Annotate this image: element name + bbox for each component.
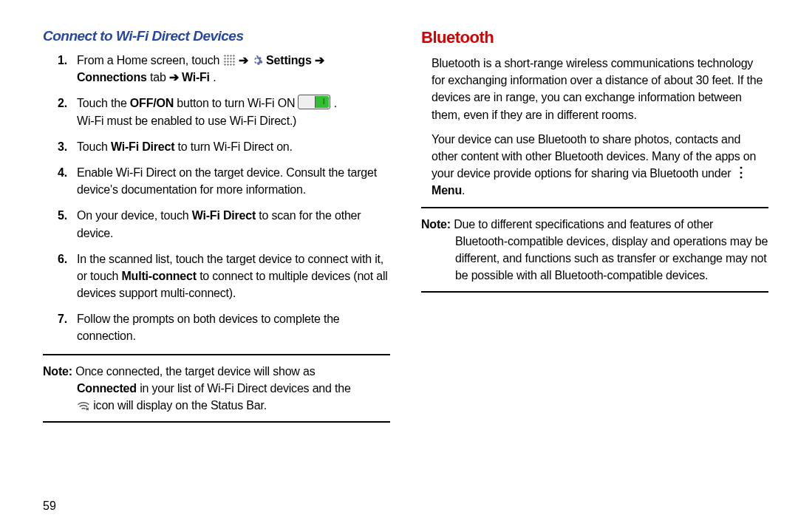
step-6: 6. In the scanned list, touch the target… — [58, 250, 390, 302]
bluetooth-intro: Bluetooth is a short-range wireless comm… — [421, 55, 768, 123]
left-column: Connect to Wi-Fi Direct Devices 1. From … — [43, 28, 390, 532]
step-number: 7. — [58, 310, 77, 344]
menu-overflow-icon — [734, 168, 742, 180]
wifi-direct-heading: Connect to Wi-Fi Direct Devices — [43, 28, 390, 44]
step-2: 2. Touch the OFF/ON button to turn Wi-Fi… — [58, 95, 390, 129]
right-column: Bluetooth Bluetooth is a short-range wir… — [421, 28, 768, 532]
step-body: On your device, touch Wi-Fi Direct to sc… — [77, 207, 390, 241]
step-number: 4. — [58, 164, 77, 198]
bluetooth-heading: Bluetooth — [421, 28, 768, 47]
note-label: Note: — [43, 365, 72, 378]
step-number: 5. — [58, 207, 77, 241]
divider — [43, 421, 390, 423]
manual-page: Connect to Wi-Fi Direct Devices 1. From … — [0, 0, 798, 532]
gear-icon — [251, 55, 263, 66]
divider — [43, 354, 390, 355]
step-5: 5. On your device, touch Wi-Fi Direct to… — [58, 207, 390, 241]
divider — [421, 291, 768, 293]
wifi-direct-steps: 1. From a Home screen, touch ➔ Settings … — [43, 52, 390, 345]
step-number: 1. — [58, 52, 77, 86]
step-body: Follow the prompts on both devices to co… — [77, 310, 390, 344]
step-number: 3. — [58, 138, 77, 155]
step-1: 1. From a Home screen, touch ➔ Settings … — [58, 52, 390, 86]
bluetooth-sharing: Your device can use Bluetooth to share p… — [421, 131, 768, 200]
step-4: 4. Enable Wi-Fi Direct on the target dev… — [58, 164, 390, 198]
arrow-icon: ➔ — [169, 71, 179, 83]
step-number: 2. — [58, 95, 77, 129]
step-number: 6. — [58, 250, 77, 302]
step-body: Enable Wi-Fi Direct on the target device… — [77, 164, 390, 198]
step-body: In the scanned list, touch the target de… — [77, 250, 390, 302]
toggle-on-icon — [298, 95, 330, 109]
arrow-icon: ➔ — [315, 54, 324, 66]
wifi-note: Note: Once connected, the target device … — [43, 360, 390, 417]
bluetooth-note: Note: Due to different specifications an… — [421, 213, 768, 287]
note-label: Note: — [421, 218, 451, 231]
step-body: From a Home screen, touch ➔ Settings ➔ C… — [77, 52, 390, 86]
page-number: 59 — [43, 499, 56, 513]
step-body: Touch Wi-Fi Direct to turn Wi-Fi Direct … — [77, 138, 390, 155]
step-7: 7. Follow the prompts on both devices to… — [58, 310, 390, 344]
wifi-direct-status-icon — [77, 400, 90, 412]
apps-icon — [223, 54, 236, 66]
divider — [421, 207, 768, 208]
step-3: 3. Touch Wi-Fi Direct to turn Wi-Fi Dire… — [58, 138, 390, 155]
step-body: Touch the OFF/ON button to turn Wi-Fi ON… — [77, 95, 390, 129]
arrow-icon: ➔ — [239, 54, 248, 66]
